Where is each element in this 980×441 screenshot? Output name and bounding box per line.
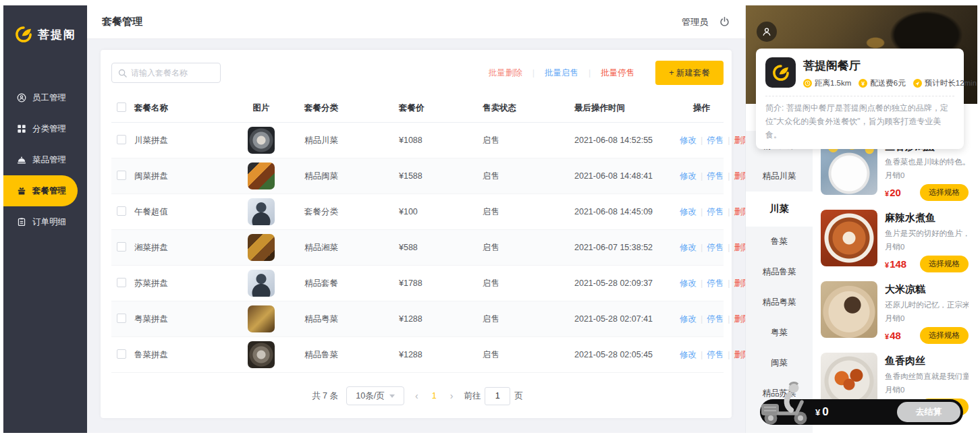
- goto-page-input[interactable]: [485, 387, 510, 405]
- current-page[interactable]: 1: [429, 391, 439, 401]
- combo-time: 2021-06-08 14:48:41: [553, 171, 680, 181]
- page-size-select[interactable]: 10条/页: [346, 386, 404, 405]
- select-all-checkbox[interactable]: [117, 102, 126, 112]
- logout-button[interactable]: [719, 16, 730, 28]
- divider: |: [701, 243, 703, 252]
- category-item[interactable]: 精品川菜: [746, 161, 813, 192]
- next-page-button[interactable]: ›: [447, 390, 456, 401]
- choose-spec-button[interactable]: 选择规格: [920, 256, 969, 272]
- dish-monthly-sales: 月销0: [885, 314, 969, 324]
- combo-category: 精品川菜: [292, 135, 387, 146]
- combo-status: 启售: [469, 135, 553, 146]
- combo-thumbnail: [248, 270, 275, 297]
- divider: |: [728, 314, 730, 324]
- table-row: 闽菜拼盘 精品闽菜 ¥1588 启售 2021-06-08 14:48:41 修…: [111, 158, 724, 194]
- combo-name: 闽菜拼盘: [134, 171, 230, 182]
- goto-label: 前往: [464, 390, 481, 402]
- row-checkbox[interactable]: [117, 242, 126, 252]
- search-input[interactable]: [131, 68, 214, 78]
- edit-link[interactable]: 修改: [680, 278, 697, 288]
- checkout-button[interactable]: 去结算: [897, 402, 960, 422]
- edit-link[interactable]: 修改: [680, 243, 697, 252]
- halt-sale-link[interactable]: 停售: [707, 171, 724, 181]
- row-checkbox[interactable]: [117, 135, 126, 144]
- divider: |: [701, 207, 703, 216]
- combo-name: 湘菜拼盘: [134, 242, 230, 254]
- combo-price: ¥1288: [387, 350, 469, 359]
- edit-link[interactable]: 修改: [680, 314, 697, 324]
- halt-sale-link[interactable]: 停售: [707, 136, 724, 145]
- chevron-down-icon: [389, 394, 395, 398]
- sidebar-item-categories[interactable]: 分类管理: [3, 113, 87, 144]
- category-item[interactable]: 粤菜: [746, 318, 813, 348]
- category-item[interactable]: 鲁菜: [746, 227, 813, 257]
- combo-time: 2021-05-28 02:07:41: [553, 314, 680, 324]
- dish-monthly-sales: 月销0: [885, 242, 969, 252]
- table-row: 苏菜拼盘 精品套餐 ¥1788 启售 2021-05-28 02:09:37 修…: [111, 266, 724, 301]
- sidebar-item-dishes[interactable]: 菜品管理: [3, 144, 87, 175]
- edit-link[interactable]: 修改: [680, 171, 697, 181]
- top-bar: 套餐管理 管理员: [87, 5, 745, 39]
- sidebar-item-label: 订单明细: [32, 216, 66, 228]
- batch-disable-button[interactable]: 批量停售: [591, 67, 645, 79]
- employee-icon: [17, 93, 26, 102]
- combo-icon: [17, 186, 26, 196]
- restaurant-intro: 简介: 菩提阁中餐厅是菩提阁点餐的独立的品牌，定位"大众化的美食外送餐饮"，旨为…: [765, 102, 954, 142]
- combo-thumbnail: [248, 127, 275, 154]
- category-item[interactable]: 闽菜: [746, 348, 813, 378]
- col-category: 套餐分类: [292, 102, 387, 114]
- combo-management-card: 批量删除 | 批量启售 | 批量停售 + 新建套餐 套餐名称 图片 套餐分类 套…: [101, 50, 732, 418]
- logo-icon: [771, 63, 790, 82]
- halt-sale-link[interactable]: 停售: [707, 207, 724, 216]
- halt-sale-link[interactable]: 停售: [707, 350, 724, 359]
- dish-name: 鱼香肉丝: [885, 355, 969, 368]
- new-combo-button[interactable]: + 新建套餐: [655, 61, 724, 85]
- dish-item: 麻辣水煮鱼 鱼片是买的切好的鱼片，... 月销0 ¥148 选择规格: [821, 210, 969, 272]
- choose-spec-button[interactable]: 选择规格: [920, 184, 969, 201]
- search-icon: [118, 69, 127, 78]
- dish-item: 大米凉糕 还原儿时的记忆，正宗米... 月销0 ¥48 选择规格: [821, 281, 969, 344]
- combo-status: 启售: [469, 349, 553, 361]
- divider: [765, 96, 954, 96]
- col-image: 图片: [253, 102, 270, 114]
- edit-link[interactable]: 修改: [680, 350, 697, 359]
- row-checkbox[interactable]: [117, 206, 126, 216]
- prev-page-button[interactable]: ‹: [412, 390, 421, 401]
- sidebar-item-employees[interactable]: 员工管理: [3, 82, 87, 113]
- sidebar-nav: 员工管理 分类管理 菜品管理 套餐管理: [3, 82, 87, 237]
- combo-price: ¥588: [387, 243, 469, 252]
- category-item[interactable]: 精品粤菜: [746, 287, 813, 318]
- logo-icon: [14, 25, 33, 44]
- combo-category: 套餐分类: [292, 206, 387, 218]
- sidebar-item-label: 菜品管理: [32, 154, 66, 166]
- row-checkbox[interactable]: [117, 314, 126, 323]
- row-checkbox[interactable]: [117, 278, 126, 287]
- power-icon: [719, 16, 730, 28]
- dish-monthly-sales: 月销0: [885, 171, 969, 181]
- avatar[interactable]: [757, 22, 777, 42]
- table-row: 鲁菜拼盘 精品鲁菜 ¥1288 启售 2021-05-28 02:05:45 修…: [111, 337, 724, 373]
- sidebar-item-orders[interactable]: 订单明细: [3, 206, 87, 237]
- sidebar-item-label: 套餐管理: [32, 185, 66, 197]
- choose-spec-button[interactable]: 选择规格: [920, 327, 969, 344]
- category-item-active[interactable]: 川菜: [746, 192, 813, 227]
- edit-link[interactable]: 修改: [680, 207, 697, 216]
- halt-sale-link[interactable]: 停售: [707, 243, 724, 252]
- halt-sale-link[interactable]: 停售: [707, 314, 724, 324]
- row-checkbox[interactable]: [117, 349, 126, 359]
- combo-thumbnail: [248, 163, 275, 189]
- batch-delete-button[interactable]: 批量删除: [479, 67, 533, 79]
- current-user: 管理员: [682, 16, 708, 28]
- row-checkbox[interactable]: [117, 171, 126, 180]
- category-item[interactable]: 精品鲁菜: [746, 257, 813, 287]
- app-window: 菩提阁 员工管理 分类管理 菜品管理: [3, 5, 977, 433]
- divider: |: [701, 136, 703, 145]
- dish-photo: [821, 281, 877, 338]
- restaurant-meta: 距离1.5km ¥配送费6元 预计时长12min: [803, 78, 977, 88]
- batch-enable-button[interactable]: 批量启售: [535, 67, 589, 79]
- page-suffix: 页: [514, 390, 523, 402]
- combo-category: 精品粤菜: [292, 314, 387, 325]
- sidebar-item-combos[interactable]: 套餐管理: [3, 175, 78, 206]
- halt-sale-link[interactable]: 停售: [707, 278, 724, 288]
- edit-link[interactable]: 修改: [680, 136, 697, 145]
